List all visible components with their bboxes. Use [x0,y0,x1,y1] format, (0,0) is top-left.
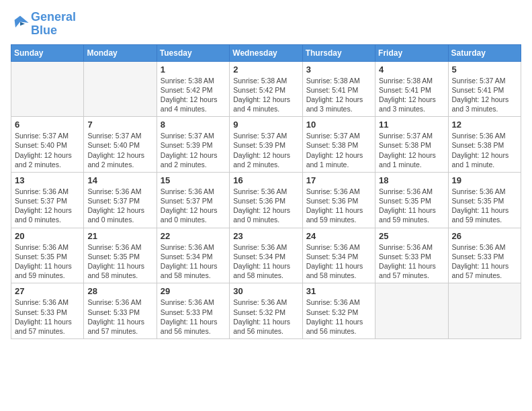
day-info: Sunrise: 5:38 AM Sunset: 5:42 PM Dayligh… [161,76,226,114]
day-info: Sunrise: 5:36 AM Sunset: 5:34 PM Dayligh… [233,242,298,281]
day-header-sunday: Sunday [11,44,84,61]
calendar-cell: 30Sunrise: 5:36 AM Sunset: 5:32 PM Dayli… [230,283,302,339]
calendar-cell: 23Sunrise: 5:36 AM Sunset: 5:34 PM Dayli… [230,228,302,283]
day-number: 13 [15,175,80,185]
calendar-cell [84,61,157,117]
day-number: 3 [306,64,371,75]
day-info: Sunrise: 5:36 AM Sunset: 5:34 PM Dayligh… [306,242,371,281]
day-number: 6 [15,120,80,130]
calendar-cell: 19Sunrise: 5:36 AM Sunset: 5:35 PM Dayli… [448,172,521,228]
svg-marker-1 [20,21,25,26]
day-number: 30 [233,286,298,296]
day-info: Sunrise: 5:38 AM Sunset: 5:41 PM Dayligh… [306,76,371,114]
day-info: Sunrise: 5:36 AM Sunset: 5:33 PM Dayligh… [452,242,517,281]
calendar-cell: 15Sunrise: 5:36 AM Sunset: 5:37 PM Dayli… [157,172,229,228]
day-info: Sunrise: 5:36 AM Sunset: 5:32 PM Dayligh… [306,298,371,336]
day-number: 28 [87,286,152,296]
day-number: 1 [161,64,226,75]
calendar-cell: 9Sunrise: 5:37 AM Sunset: 5:39 PM Daylig… [230,117,302,173]
day-number: 23 [233,231,298,241]
day-info: Sunrise: 5:36 AM Sunset: 5:36 PM Dayligh… [233,187,298,225]
day-info: Sunrise: 5:37 AM Sunset: 5:39 PM Dayligh… [161,131,226,169]
day-header-monday: Monday [84,44,157,61]
day-number: 21 [87,231,152,241]
day-info: Sunrise: 5:36 AM Sunset: 5:38 PM Dayligh… [452,131,517,169]
day-info: Sunrise: 5:37 AM Sunset: 5:38 PM Dayligh… [379,131,444,169]
calendar-header-row: SundayMondayTuesdayWednesdayThursdayFrid… [11,44,521,61]
day-number: 31 [306,286,371,296]
day-info: Sunrise: 5:36 AM Sunset: 5:35 PM Dayligh… [15,242,80,281]
calendar-table: SundayMondayTuesdayWednesdayThursdayFrid… [11,44,521,339]
day-header-saturday: Saturday [448,44,521,61]
calendar-week-row: 13Sunrise: 5:36 AM Sunset: 5:37 PM Dayli… [11,172,521,228]
day-number: 4 [379,64,444,75]
calendar-cell: 28Sunrise: 5:36 AM Sunset: 5:33 PM Dayli… [84,283,157,339]
day-number: 5 [452,64,517,75]
day-number: 14 [87,175,152,185]
calendar-cell: 26Sunrise: 5:36 AM Sunset: 5:33 PM Dayli… [448,228,521,283]
day-info: Sunrise: 5:37 AM Sunset: 5:40 PM Dayligh… [15,131,80,169]
day-info: Sunrise: 5:36 AM Sunset: 5:33 PM Dayligh… [87,298,152,336]
day-number: 27 [15,286,80,296]
calendar-cell: 7Sunrise: 5:37 AM Sunset: 5:40 PM Daylig… [84,117,157,173]
day-number: 12 [452,120,517,130]
day-number: 19 [452,175,517,185]
day-number: 18 [379,175,444,185]
day-number: 16 [233,175,298,185]
day-number: 24 [306,231,371,241]
day-info: Sunrise: 5:36 AM Sunset: 5:37 PM Dayligh… [87,187,152,225]
calendar-cell: 22Sunrise: 5:36 AM Sunset: 5:34 PM Dayli… [157,228,229,283]
logo-text: General Blue [31,11,76,38]
day-info: Sunrise: 5:36 AM Sunset: 5:37 PM Dayligh… [161,187,226,225]
calendar-cell: 13Sunrise: 5:36 AM Sunset: 5:37 PM Dayli… [11,172,84,228]
day-number: 11 [379,120,444,130]
calendar-cell: 3Sunrise: 5:38 AM Sunset: 5:41 PM Daylig… [302,61,375,117]
day-info: Sunrise: 5:38 AM Sunset: 5:41 PM Dayligh… [379,76,444,114]
day-info: Sunrise: 5:37 AM Sunset: 5:38 PM Dayligh… [306,131,371,169]
calendar-cell: 10Sunrise: 5:37 AM Sunset: 5:38 PM Dayli… [302,117,375,173]
day-header-tuesday: Tuesday [157,44,229,61]
day-info: Sunrise: 5:36 AM Sunset: 5:35 PM Dayligh… [87,242,152,281]
day-number: 26 [452,231,517,241]
calendar-cell [11,61,84,117]
page-header: General Blue [11,11,521,38]
day-number: 10 [306,120,371,130]
day-number: 29 [161,286,226,296]
calendar-cell [448,283,521,339]
day-number: 2 [233,64,298,75]
day-number: 20 [15,231,80,241]
calendar-cell: 2Sunrise: 5:38 AM Sunset: 5:42 PM Daylig… [230,61,302,117]
day-number: 22 [161,231,226,241]
day-header-wednesday: Wednesday [230,44,302,61]
day-info: Sunrise: 5:36 AM Sunset: 5:32 PM Dayligh… [233,298,298,336]
day-info: Sunrise: 5:36 AM Sunset: 5:36 PM Dayligh… [306,187,371,225]
day-number: 15 [161,175,226,185]
day-info: Sunrise: 5:38 AM Sunset: 5:42 PM Dayligh… [233,76,298,114]
calendar-cell: 18Sunrise: 5:36 AM Sunset: 5:35 PM Dayli… [375,172,448,228]
calendar-cell [375,283,448,339]
day-number: 8 [161,120,226,130]
calendar-cell: 11Sunrise: 5:37 AM Sunset: 5:38 PM Dayli… [375,117,448,173]
day-number: 7 [87,120,152,130]
day-info: Sunrise: 5:37 AM Sunset: 5:39 PM Dayligh… [233,131,298,169]
calendar-cell: 6Sunrise: 5:37 AM Sunset: 5:40 PM Daylig… [11,117,84,173]
calendar-cell: 27Sunrise: 5:36 AM Sunset: 5:33 PM Dayli… [11,283,84,339]
day-info: Sunrise: 5:37 AM Sunset: 5:40 PM Dayligh… [87,131,152,169]
calendar-week-row: 6Sunrise: 5:37 AM Sunset: 5:40 PM Daylig… [11,117,521,173]
calendar-cell: 24Sunrise: 5:36 AM Sunset: 5:34 PM Dayli… [302,228,375,283]
day-info: Sunrise: 5:36 AM Sunset: 5:33 PM Dayligh… [161,298,226,336]
calendar-cell: 20Sunrise: 5:36 AM Sunset: 5:35 PM Dayli… [11,228,84,283]
day-number: 25 [379,231,444,241]
calendar-cell: 5Sunrise: 5:37 AM Sunset: 5:41 PM Daylig… [448,61,521,117]
day-info: Sunrise: 5:36 AM Sunset: 5:33 PM Dayligh… [379,242,444,281]
calendar-cell: 17Sunrise: 5:36 AM Sunset: 5:36 PM Dayli… [302,172,375,228]
day-header-thursday: Thursday [302,44,375,61]
calendar-week-row: 20Sunrise: 5:36 AM Sunset: 5:35 PM Dayli… [11,228,521,283]
day-info: Sunrise: 5:36 AM Sunset: 5:37 PM Dayligh… [15,187,80,225]
calendar-cell: 14Sunrise: 5:36 AM Sunset: 5:37 PM Dayli… [84,172,157,228]
calendar-week-row: 27Sunrise: 5:36 AM Sunset: 5:33 PM Dayli… [11,283,521,339]
calendar-cell: 4Sunrise: 5:38 AM Sunset: 5:41 PM Daylig… [375,61,448,117]
calendar-cell: 16Sunrise: 5:36 AM Sunset: 5:36 PM Dayli… [230,172,302,228]
day-number: 17 [306,175,371,185]
calendar-cell: 29Sunrise: 5:36 AM Sunset: 5:33 PM Dayli… [157,283,229,339]
